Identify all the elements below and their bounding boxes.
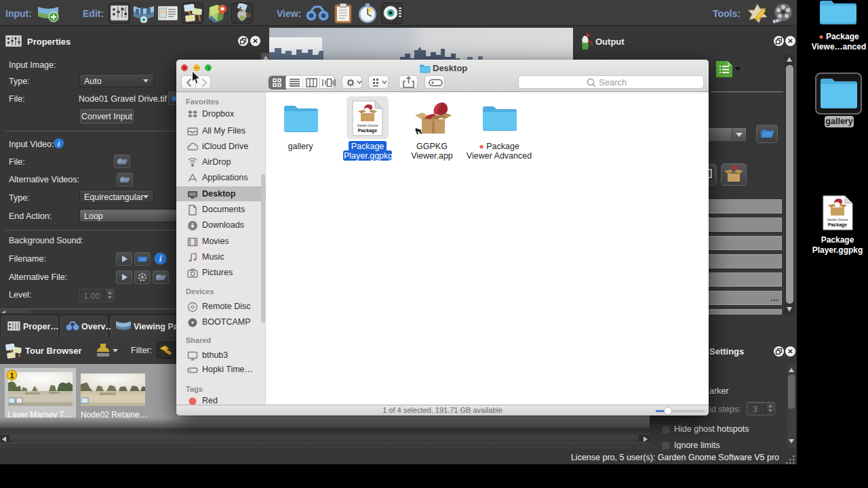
svg-text:1: 1: [9, 371, 14, 380]
svg-text:i: i: [159, 253, 162, 264]
svg-text:Garden Gnome: Garden Gnome: [357, 124, 378, 127]
svg-text:Garden Gnome: Garden Gnome: [827, 218, 848, 222]
svg-text:Package: Package: [358, 128, 378, 134]
svg-text:Package: Package: [828, 222, 848, 228]
